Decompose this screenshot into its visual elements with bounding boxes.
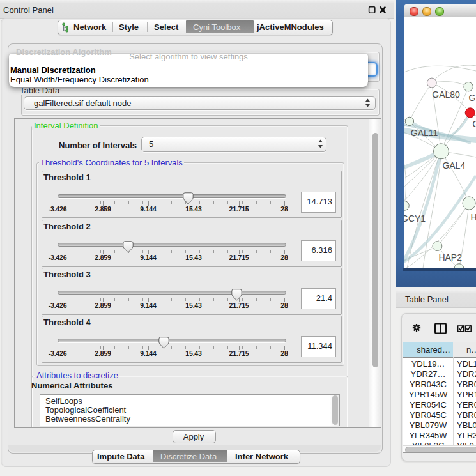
svg-text:G: G [472,119,476,129]
svg-text:HAP2: HAP2 [438,252,462,263]
svg-text:GAL4: GAL4 [442,160,465,171]
svg-text:H: H [471,212,476,222]
svg-text:GCY1: GCY1 [404,213,426,224]
svg-text:GAL11: GAL11 [411,128,438,138]
svg-text:G: G [468,93,475,103]
svg-text:GAL80: GAL80 [432,89,460,100]
